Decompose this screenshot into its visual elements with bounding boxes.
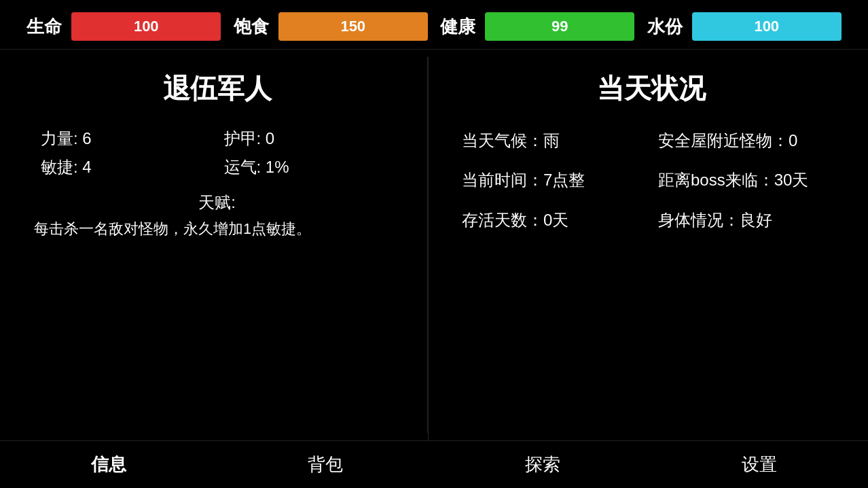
stat-armor: 护甲: 0 [224, 128, 394, 150]
wellness-status: 健康 99 [440, 12, 634, 41]
character-panel: 退伍军人 力量: 6 护甲: 0 敏捷: 4 运气: 1% 天赋: 每击杀一名敌… [0, 56, 428, 433]
nav-info[interactable]: 信息 [64, 446, 153, 483]
daily-weather: 当天气候：雨 [462, 128, 645, 154]
water-bar: 100 [692, 12, 842, 41]
character-title: 退伍军人 [27, 70, 407, 107]
talent-description: 每击杀一名敌对怪物，永久增加1点敏捷。 [27, 219, 407, 239]
wellness-label: 健康 [440, 15, 475, 39]
wellness-value: 99 [551, 18, 568, 35]
water-status: 水份 100 [647, 12, 842, 41]
food-label: 饱食 [234, 15, 269, 39]
daily-survival: 存活天数：0天 [462, 207, 645, 233]
talent-section: 天赋: 每击杀一名敌对怪物，永久增加1点敏捷。 [27, 192, 407, 239]
wellness-bar: 99 [485, 12, 634, 41]
health-label: 生命 [26, 15, 62, 39]
nav-backpack[interactable]: 背包 [281, 446, 370, 483]
daily-boss: 距离boss来临：30天 [658, 167, 841, 193]
stat-agility: 敏捷: 4 [41, 156, 211, 178]
water-label: 水份 [647, 15, 683, 39]
daily-status-title: 当天状况 [455, 70, 848, 107]
stat-strength: 力量: 6 [41, 128, 211, 150]
vertical-divider [428, 57, 429, 440]
main-content: 退伍军人 力量: 6 护甲: 0 敏捷: 4 运气: 1% 天赋: 每击杀一名敌… [0, 50, 868, 433]
stat-luck: 运气: 1% [224, 156, 394, 178]
bottom-nav: 信息 背包 探索 设置 [0, 440, 868, 488]
talent-label: 天赋: [27, 192, 407, 213]
health-value: 100 [134, 18, 159, 35]
water-value: 100 [754, 18, 779, 35]
food-bar: 150 [278, 12, 428, 41]
daily-status-panel: 当天状况 当天气候：雨 安全屋附近怪物：0 当前时间：7点整 距离boss来临：… [428, 56, 868, 433]
daily-monsters: 安全屋附近怪物：0 [658, 128, 841, 154]
daily-body: 身体情况：良好 [658, 207, 841, 233]
health-status: 生命 100 [26, 12, 221, 41]
nav-explore[interactable]: 探索 [498, 446, 587, 483]
status-bar: 生命 100 饱食 150 健康 99 水份 100 [0, 0, 868, 50]
food-value: 150 [340, 18, 365, 35]
health-bar: 100 [71, 12, 221, 41]
nav-settings[interactable]: 设置 [715, 446, 804, 483]
stats-grid: 力量: 6 护甲: 0 敏捷: 4 运气: 1% [27, 128, 407, 178]
food-status: 饱食 150 [234, 12, 428, 41]
daily-status-grid: 当天气候：雨 安全屋附近怪物：0 当前时间：7点整 距离boss来临：30天 存… [455, 128, 848, 233]
daily-time: 当前时间：7点整 [462, 167, 645, 193]
